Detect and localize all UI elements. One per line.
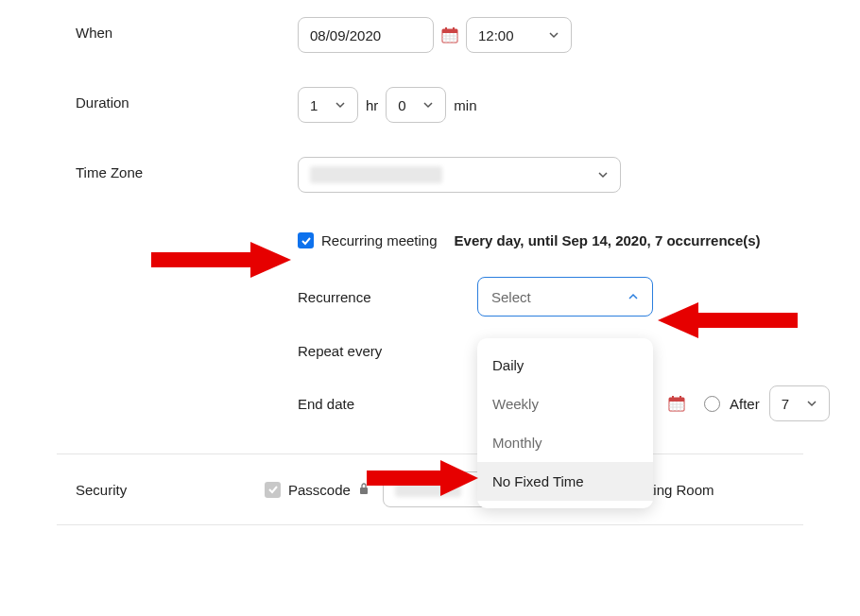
calendar-icon[interactable]: [668, 395, 685, 412]
svg-rect-11: [672, 396, 674, 400]
passcode-value-redacted: [395, 482, 461, 497]
dropdown-item-weekly[interactable]: Weekly: [477, 385, 653, 423]
duration-label: Duration: [76, 87, 298, 111]
security-row: Security Passcode Waiting Room: [0, 454, 860, 524]
lock-icon: [358, 482, 370, 498]
after-value: 7: [782, 396, 789, 412]
when-row: When 08/09/2020 12:00: [0, 0, 860, 70]
passcode-label: Passcode: [288, 482, 351, 498]
after-occurrences-select[interactable]: 7: [769, 385, 830, 421]
recurrence-select[interactable]: Select: [477, 277, 653, 317]
chevron-down-icon: [597, 169, 609, 180]
svg-rect-18: [360, 488, 368, 494]
chevron-up-icon: [628, 291, 639, 302]
date-input[interactable]: 08/09/2020: [298, 17, 434, 53]
time-select[interactable]: 12:00: [466, 17, 572, 53]
recurring-label: Recurring meeting: [321, 232, 438, 248]
timezone-select[interactable]: [298, 157, 621, 193]
dropdown-item-no-fixed-time[interactable]: No Fixed Time: [477, 462, 653, 501]
time-value: 12:00: [478, 27, 514, 43]
passcode-checkbox[interactable]: [265, 482, 281, 498]
hours-unit: hr: [366, 97, 378, 113]
timezone-controls: [298, 157, 860, 193]
timezone-value-redacted: [310, 166, 442, 183]
chevron-down-icon: [335, 99, 346, 111]
repeat-every-label: Repeat every: [298, 343, 477, 359]
duration-hours-select[interactable]: 1: [298, 87, 358, 123]
chevron-down-icon: [806, 398, 817, 409]
duration-row: Duration 1 hr 0 min: [0, 70, 860, 140]
chevron-down-icon: [548, 29, 559, 41]
after-radio[interactable]: [704, 396, 720, 412]
timezone-row: Time Zone: [0, 140, 860, 210]
svg-rect-3: [453, 27, 455, 31]
security-label: Security: [76, 482, 265, 498]
duration-minutes-select[interactable]: 0: [386, 87, 446, 123]
svg-rect-10: [669, 398, 684, 402]
passcode-checkbox-group[interactable]: Passcode: [265, 482, 370, 498]
svg-rect-12: [679, 396, 681, 400]
recurring-checkbox-group[interactable]: Recurring meeting: [298, 232, 438, 248]
timezone-label: Time Zone: [76, 157, 298, 180]
svg-rect-2: [445, 27, 447, 31]
when-controls: 08/09/2020 12:00: [298, 17, 860, 53]
calendar-icon[interactable]: [441, 26, 458, 43]
when-label: When: [76, 17, 298, 41]
recurrence-label: Recurrence: [298, 289, 477, 305]
recurring-row: Recurring meeting Every day, until Sep 1…: [0, 210, 860, 267]
recurrence-value: Select: [491, 289, 531, 305]
hours-value: 1: [310, 97, 318, 113]
minutes-unit: min: [454, 97, 476, 113]
minutes-value: 0: [398, 97, 405, 113]
after-label: After: [730, 396, 760, 412]
recurring-summary: Every day, until Sep 14, 2020, 7 occurre…: [455, 232, 761, 248]
duration-controls: 1 hr 0 min: [298, 87, 860, 123]
chevron-down-icon: [422, 99, 434, 111]
dropdown-item-daily[interactable]: Daily: [477, 346, 653, 385]
recurring-checkbox[interactable]: [298, 232, 314, 248]
svg-rect-1: [442, 29, 457, 33]
dropdown-item-monthly[interactable]: Monthly: [477, 423, 653, 462]
date-value: 08/09/2020: [310, 27, 381, 43]
end-date-after-group: After 7: [704, 385, 830, 421]
recurrence-row: Recurrence Select: [298, 277, 860, 317]
recurrence-dropdown-menu: Daily Weekly Monthly No Fixed Time: [477, 338, 653, 508]
divider: [57, 524, 803, 525]
end-date-label: End date: [298, 396, 477, 412]
